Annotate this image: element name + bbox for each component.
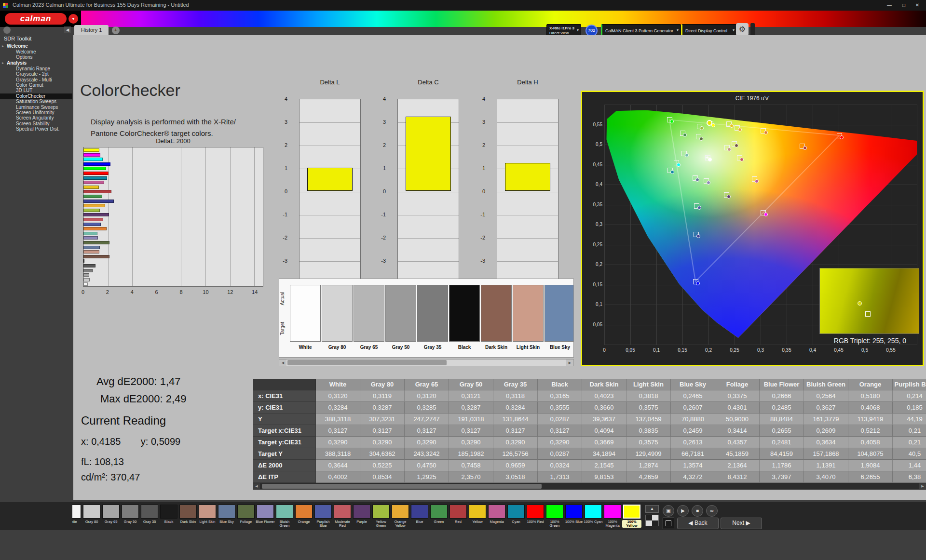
swatch-gray-35 — [417, 285, 448, 342]
table-cell: 0,21 — [893, 425, 926, 437]
deltae-bar-orange-yellow — [83, 204, 105, 207]
settings-handle[interactable] — [750, 23, 755, 36]
table-cell: 0,4750 — [405, 460, 449, 471]
stop-icon[interactable]: ■ — [692, 505, 703, 517]
cie-title: CIE 1976 u'v' — [582, 95, 923, 102]
tree-expand-icon[interactable]: ▸ — [2, 60, 4, 66]
palette-swatch-bluish-green[interactable]: Bluish Green — [275, 502, 294, 530]
palette-swatch-blue-flower[interactable]: Blue Flower — [256, 502, 275, 530]
palette-swatch-yellow-green[interactable]: Yellow Green — [371, 502, 391, 530]
scroll-right-icon[interactable]: ▶ — [919, 483, 926, 489]
scroll-left-icon[interactable]: ◀ — [279, 360, 286, 366]
palette-swatch-foliage[interactable]: Foliage — [236, 502, 256, 530]
sidebar-item-screen-stability[interactable]: Screen Stability — [0, 121, 72, 126]
delta-c-plot — [397, 99, 459, 284]
palette-swatch-100-red[interactable]: 100% Red — [526, 502, 545, 530]
table-cell: 243,3242 — [405, 448, 449, 460]
display-pattern-icon[interactable]: ▣ — [663, 505, 674, 517]
palette-swatch-purple[interactable]: Purple — [352, 502, 371, 530]
play-icon[interactable]: ▶ — [677, 505, 689, 517]
scrollbar-thumb[interactable] — [287, 360, 447, 365]
minimize-button[interactable]: — — [883, 1, 896, 9]
palette-swatch-green[interactable]: Green — [429, 502, 449, 530]
gear-icon[interactable]: ⚙ — [736, 23, 749, 36]
scrollbar-thumb[interactable] — [262, 484, 542, 489]
palette-label: Purple — [352, 520, 371, 524]
palette-swatch-100-cyan[interactable]: 100% Cyan — [584, 502, 603, 530]
sidebar-item-welcome[interactable]: Welcome — [0, 49, 72, 54]
palette-swatch-gray-80[interactable]: Gray 80 — [82, 502, 101, 530]
continuous-mode-icon[interactable]: ∞ — [706, 505, 718, 517]
palette-swatch-blue[interactable]: Blue — [410, 502, 429, 530]
palette-swatch-100-green[interactable]: 100% Green — [545, 502, 564, 530]
palette-swatch-yellow[interactable]: Yellow — [468, 502, 487, 530]
workflow-menu-button[interactable] — [3, 27, 11, 34]
table-row: y: CIE310,32840,32870,32850,32870,32840,… — [253, 402, 926, 413]
sidebar-item-color-gamut[interactable]: Color Gamut — [0, 82, 72, 88]
palette-swatch-gray-35[interactable]: Gray 35 — [140, 502, 159, 530]
table-cell: 0,3644 — [316, 460, 360, 471]
sidebar-item-screen-uniformity[interactable]: Screen Uniformity — [0, 110, 72, 115]
sidebar-item-grayscale-2pt[interactable]: Grayscale - 2pt — [0, 71, 72, 77]
palette-swatch-gray-50[interactable]: Gray 50 — [121, 502, 140, 530]
palette-swatch-100-yellow[interactable]: 100% Yellow — [622, 502, 641, 530]
sidebar-item-colorchecker[interactable]: ColorChecker — [0, 93, 72, 99]
max-de-stat: Max dE2000: 2,49 — [100, 393, 187, 405]
sidebar-item-3d-lut[interactable]: 3D LUT — [0, 88, 72, 93]
deltae-bar-purplish-blue — [83, 223, 101, 226]
palette-swatch-moderate-red[interactable]: Moderate Red — [333, 502, 352, 530]
palette-swatch-magenta[interactable]: Magenta — [487, 502, 506, 530]
palette-swatch-blue-sky[interactable]: Blue Sky — [217, 502, 236, 530]
table-cell: 0,2613 — [671, 437, 715, 448]
palette-up-icon[interactable]: ▲ — [645, 505, 659, 513]
sidebar-section-analysis[interactable]: ▸Analysis — [0, 60, 72, 66]
sidebar-section-welcome[interactable]: ▸Welcome — [0, 43, 72, 49]
deltae-chart-title: DeltaE 2000 — [83, 137, 263, 145]
axis-tick-label: 0,55 — [885, 347, 897, 353]
palette-swatch-100-blue[interactable]: 100% Blue — [564, 502, 584, 530]
sidebar-item-options[interactable]: Options — [0, 54, 72, 60]
sidebar-item-luminance-sweeps[interactable]: Luminance Sweeps — [0, 105, 72, 110]
scroll-right-icon[interactable]: ▶ — [566, 360, 573, 366]
palette-swatch-orange-yellow[interactable]: Orange Yellow — [391, 502, 410, 530]
logo-menu-button[interactable]: ▾ — [68, 14, 78, 24]
palette-swatch-red[interactable]: Red — [449, 502, 468, 530]
palette-swatch-white[interactable]: White — [72, 502, 82, 530]
palette-swatch-cyan[interactable]: Cyan — [506, 502, 526, 530]
axis-tick-label: 0 — [383, 188, 386, 194]
tab-add-button[interactable]: + — [112, 27, 120, 34]
titlebar[interactable]: Calman 2023 Calman Ultimate for Business… — [0, 0, 926, 11]
axis-tick-label: 6 — [152, 289, 161, 295]
palette-swatch-light-skin[interactable]: Light Skin — [198, 502, 217, 530]
sidebar-collapse-icon[interactable]: ◀ — [64, 27, 71, 33]
sidebar-item-grayscale-multi[interactable]: Grayscale - Multi — [0, 77, 72, 82]
next-button[interactable]: Next ▶ — [721, 518, 762, 529]
table-cell: 0,3627 — [804, 402, 848, 413]
palette-swatch-black[interactable]: Black — [159, 502, 178, 530]
table-header-cell: Black — [538, 379, 582, 390]
table-cell: 0,3120 — [405, 390, 449, 402]
palette-swatch-gray-65[interactable]: Gray 65 — [101, 502, 121, 530]
pattern-window-button[interactable] — [663, 518, 674, 529]
palette-swatch-100-magenta[interactable]: 100% Magenta — [603, 502, 622, 530]
tree-expand-icon[interactable]: ▸ — [2, 43, 4, 49]
axis-tick-label: 0,5 — [586, 142, 602, 147]
axis-tick-label: 0,5 — [858, 347, 871, 353]
checkerboard-icon[interactable] — [645, 515, 659, 526]
palette-swatch-purplish-blue[interactable]: Purplish Blue — [313, 502, 333, 530]
table-scrollbar[interactable]: ◀ ▶ — [253, 483, 926, 490]
sidebar-item-spectral-power-dist[interactable]: Spectral Power Dist. — [0, 126, 72, 132]
palette-swatch-dark-skin[interactable]: Dark Skin — [178, 502, 198, 530]
tab-history-1[interactable]: History 1 — [74, 25, 109, 35]
deltae-bar-orange — [83, 227, 107, 230]
sidebar-item-screen-angularity[interactable]: Screen Angularity — [0, 115, 72, 120]
palette-swatch-orange[interactable]: Orange — [294, 502, 313, 530]
maximize-button[interactable]: □ — [897, 1, 911, 9]
sidebar-item-saturation-sweeps[interactable]: Saturation Sweeps — [0, 99, 72, 104]
sidebar-item-dynamic-range[interactable]: Dynamic Range — [0, 66, 72, 71]
close-button[interactable]: ✕ — [911, 1, 924, 9]
scroll-left-icon[interactable]: ◀ — [253, 483, 260, 489]
pattern-palette-bar: WhiteGray 80Gray 65Gray 50Gray 35BlackDa… — [0, 502, 926, 530]
swatch-scrollbar[interactable]: ◀ ▶ — [279, 359, 574, 366]
back-button[interactable]: ◀ Back — [677, 518, 719, 529]
